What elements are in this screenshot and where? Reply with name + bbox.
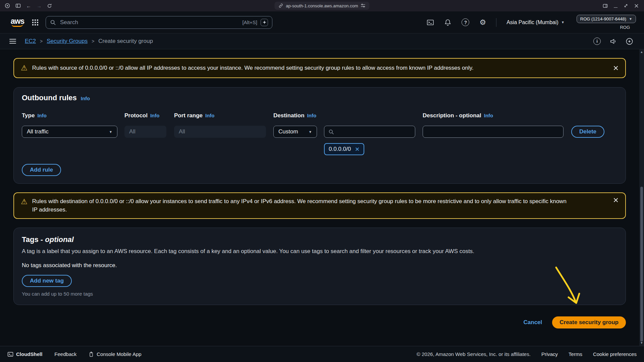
type-select[interactable]: All traffic ▼ <box>22 126 117 138</box>
description-info-link[interactable]: Info <box>484 113 493 118</box>
footer-terms[interactable]: Terms <box>569 351 582 357</box>
url-bar[interactable]: ap-south-1.console.aws.amazon.com <box>274 2 369 10</box>
outbound-rules-section: Outbound rules Info Type Info Protocol I… <box>13 87 626 184</box>
destination-token: 0.0.0.0/0 <box>324 143 364 155</box>
type-column-label: Type Info <box>22 112 47 119</box>
tags-empty-state: No tags associated with the resource. <box>22 262 618 269</box>
alert-text: Rules with source of 0.0.0.0/0 or ::/0 a… <box>32 64 487 72</box>
breadcrumb-security-groups-link[interactable]: Security Groups <box>47 38 88 45</box>
global-search[interactable]: [Alt+S] <box>46 16 272 29</box>
tags-description: A tag is a label that you assign to an A… <box>22 248 618 255</box>
add-new-tag-button[interactable]: Add new tag <box>22 275 72 287</box>
scroll-down-icon[interactable]: ▼ <box>640 340 643 346</box>
hamburger-menu-icon[interactable] <box>9 39 16 44</box>
port-range-field: All <box>174 126 266 138</box>
close-icon[interactable] <box>634 4 639 8</box>
account-menu[interactable]: ROG (1214-9007-6448) ▼ <box>577 15 636 23</box>
cloudshell-icon[interactable] <box>427 19 434 26</box>
browser-logo-icon <box>5 3 10 8</box>
aws-smile-icon <box>12 24 23 27</box>
tags-title: Tags - optional <box>22 235 618 244</box>
remove-token-icon[interactable] <box>355 147 360 152</box>
maximize-icon[interactable] <box>624 3 628 8</box>
warning-icon: ⚠ <box>21 64 28 72</box>
assistant-shortcut-icon <box>261 19 268 26</box>
region-selector[interactable]: Asia Pacific (Mumbai) ▼ <box>506 19 565 25</box>
close-icon[interactable] <box>613 65 619 71</box>
sidebar-toggle-icon[interactable] <box>15 3 21 8</box>
services-grid-icon[interactable] <box>32 19 38 25</box>
search-input[interactable] <box>59 19 239 26</box>
form-actions: Cancel Create security group <box>13 316 626 328</box>
alert-text: Rules with destination of 0.0.0.0/0 or :… <box>32 197 582 214</box>
description-column-label: Description - optional Info <box>423 112 493 119</box>
port-range-column-label: Port range Info <box>174 112 215 119</box>
protocol-info-link[interactable]: Info <box>150 113 160 118</box>
megaphone-icon[interactable] <box>609 38 617 45</box>
info-icon[interactable]: i <box>593 38 601 45</box>
nav-divider <box>496 18 496 27</box>
outbound-info-link[interactable]: Info <box>81 96 90 101</box>
search-icon <box>328 129 334 135</box>
destination-type-select[interactable]: Custom ▼ <box>273 126 317 138</box>
protocol-column-label: Protocol Info <box>124 112 159 119</box>
aws-top-nav: aws [Alt+S] ? ⚙ Asia Pacific (Mumbai) ▼ <box>0 11 644 34</box>
add-rule-button[interactable]: Add rule <box>22 164 61 176</box>
chevron-down-icon: ▼ <box>309 130 312 134</box>
minimize-icon[interactable] <box>614 3 618 8</box>
aws-logo[interactable]: aws <box>9 18 25 27</box>
scroll-up-icon[interactable]: ▲ <box>640 49 643 55</box>
help-icon[interactable]: ? <box>462 18 469 26</box>
footer-feedback[interactable]: Feedback <box>54 351 76 357</box>
inbound-warning-alert: ⚠ Rules with source of 0.0.0.0/0 or ::/0… <box>13 58 626 78</box>
forward-icon[interactable]: → <box>37 3 42 8</box>
breadcrumb-separator: > <box>92 39 94 44</box>
search-icon <box>50 19 56 25</box>
link-icon <box>278 3 283 8</box>
breadcrumb-ec2-link[interactable]: EC2 <box>25 38 36 45</box>
protocol-field: All <box>124 126 166 138</box>
back-icon[interactable]: ← <box>26 3 31 8</box>
close-icon[interactable] <box>613 197 619 203</box>
tags-section: Tags - optional A tag is a label that yo… <box>13 228 626 305</box>
breadcrumb-current: Create security group <box>98 38 153 45</box>
footer-mobile-app[interactable]: Console Mobile App <box>89 351 141 357</box>
type-info-link[interactable]: Info <box>37 113 47 118</box>
main-content: ⚠ Rules with source of 0.0.0.0/0 or ::/0… <box>0 49 639 346</box>
destination-column-label: Destination Info <box>273 112 316 119</box>
footer-copyright: © 2026, Amazon Web Services, Inc. or its… <box>417 351 531 357</box>
breadcrumb-bar: EC2 > Security Groups > Create security … <box>0 34 644 49</box>
footer-cloudshell[interactable]: CloudShell <box>7 351 42 357</box>
browser-panel-icon[interactable] <box>603 3 608 8</box>
url-text: ap-south-1.console.aws.amazon.com <box>286 3 358 8</box>
footer-cookie-preferences[interactable]: Cookie preferences <box>593 351 637 357</box>
search-shortcut: [Alt+S] <box>242 19 257 25</box>
vertical-scrollbar[interactable]: ▲ ▼ <box>639 49 644 346</box>
outbound-warning-alert: ⚠ Rules with destination of 0.0.0.0/0 or… <box>13 192 626 219</box>
cancel-button[interactable]: Cancel <box>524 319 542 326</box>
footer-privacy[interactable]: Privacy <box>541 351 558 357</box>
port-range-info-link[interactable]: Info <box>205 113 215 118</box>
reload-icon[interactable] <box>47 3 52 8</box>
settings-gear-icon[interactable]: ⚙ <box>479 19 486 26</box>
site-settings-icon[interactable] <box>361 3 366 8</box>
browser-chrome: ← → ap-south-1.console.aws.amazon.com <box>0 0 644 11</box>
notifications-bell-icon[interactable] <box>444 19 451 26</box>
destination-search-field[interactable] <box>324 126 415 138</box>
console-footer: CloudShell Feedback Console Mobile App ©… <box>0 346 644 362</box>
create-security-group-button[interactable]: Create security group <box>552 316 626 328</box>
chevron-down-icon: ▼ <box>561 20 565 24</box>
delete-rule-button[interactable]: Delete <box>571 126 604 138</box>
destination-info-link[interactable]: Info <box>307 113 317 118</box>
outbound-rules-title: Outbound rules <box>22 94 77 102</box>
amazon-q-icon[interactable] <box>626 38 633 45</box>
breadcrumb-separator: > <box>40 39 43 44</box>
warning-icon: ⚠ <box>21 198 28 205</box>
chevron-down-icon: ▼ <box>629 17 632 21</box>
cloudshell-icon <box>7 351 13 357</box>
chevron-down-icon: ▼ <box>109 130 112 134</box>
scrollbar-thumb[interactable] <box>640 187 643 342</box>
description-input[interactable] <box>423 126 564 138</box>
tags-limit-note: You can add up to 50 more tags <box>22 291 618 297</box>
mobile-app-icon <box>89 352 94 357</box>
